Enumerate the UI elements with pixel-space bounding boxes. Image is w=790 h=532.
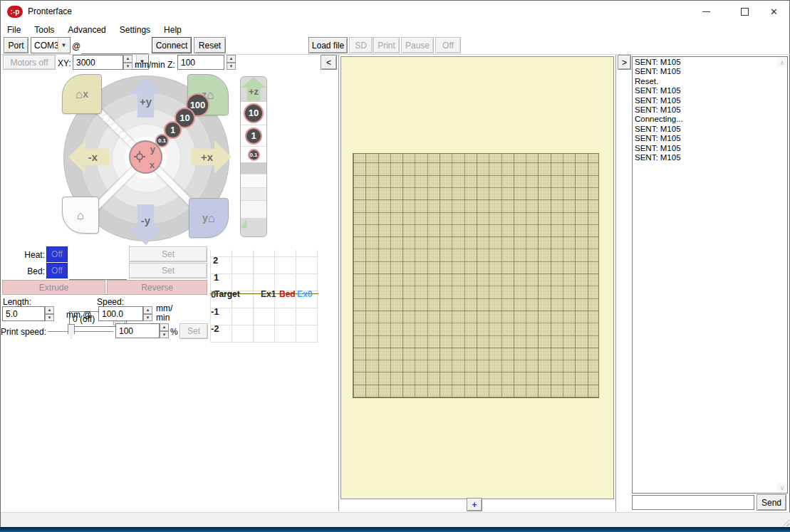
z-feed-stepper[interactable]: ▲ ▼	[227, 55, 236, 70]
expand-log-panel-button[interactable]: >	[618, 55, 631, 70]
temperature-graph: 2 1 0 -1 -2 Target Ex1 Bed Ex0	[210, 250, 318, 343]
log-line: SENT: M105	[635, 86, 785, 95]
app-logo-icon: :-p	[7, 6, 23, 18]
plus-x-label: +x	[201, 151, 213, 163]
reverse-button[interactable]: Reverse	[107, 280, 207, 295]
menu-file[interactable]: File	[7, 25, 21, 35]
log-line: SENT: M105	[635, 58, 785, 67]
spin-down-icon[interactable]: ▼	[143, 314, 152, 322]
extrude-button[interactable]: Extrude	[2, 280, 105, 295]
spin-up-icon[interactable]: ▲	[143, 306, 152, 314]
menu-advanced[interactable]: Advanced	[68, 25, 105, 35]
spin-down-icon[interactable]: ▼	[45, 314, 54, 322]
min-label: min	[156, 313, 170, 323]
spin-up-icon[interactable]: ▲	[160, 323, 169, 331]
maximize-icon	[741, 8, 749, 16]
off-button[interactable]: Off	[435, 37, 461, 53]
xy-feed-input[interactable]: 3000	[73, 55, 123, 70]
close-button[interactable]: ✕	[758, 1, 790, 22]
spoke-bump	[102, 114, 110, 122]
reset-button[interactable]: Reset	[194, 37, 226, 53]
z-step-10-cell[interactable]: 10	[241, 101, 266, 125]
right-splitter[interactable]	[615, 55, 616, 511]
length-stepper[interactable]: ▲ ▼	[45, 306, 54, 321]
load-file-button[interactable]: Load file	[308, 37, 348, 53]
menu-help[interactable]: Help	[164, 25, 182, 35]
home-y-button[interactable]: y⌂	[189, 198, 229, 238]
spoke-bump	[119, 131, 127, 139]
log-line: Connecting...	[635, 115, 785, 124]
log-line: SENT: M105	[635, 67, 785, 76]
z-strip-cell	[241, 200, 266, 218]
z-step-01-badge[interactable]: 0.1	[248, 149, 260, 161]
menu-bar: File Tools Advanced Settings Help	[1, 22, 789, 38]
send-button[interactable]: Send	[757, 494, 786, 511]
jog-center[interactable]: y x	[129, 140, 162, 174]
legend-ex0: Ex0	[297, 289, 312, 299]
heat-set-button[interactable]: Set	[129, 246, 207, 262]
scrollbar-down-icon[interactable]: ∨	[777, 483, 787, 492]
resize-grip[interactable]	[780, 517, 789, 526]
z-step-10-badge[interactable]: 10	[244, 103, 264, 123]
pause-button[interactable]: Pause	[401, 37, 434, 53]
z-step-1-cell[interactable]: 1	[241, 125, 266, 146]
bed-grid[interactable]	[353, 153, 599, 398]
bed-set-button[interactable]: Set	[129, 263, 207, 278]
title-bar[interactable]: :-p Pronterface	[1, 1, 789, 22]
print-button[interactable]: Print	[373, 37, 400, 53]
bed-off-button[interactable]: Off	[46, 263, 68, 278]
minimize-button[interactable]	[690, 1, 722, 22]
home-x-button[interactable]: ⌂x	[62, 74, 102, 114]
connect-button[interactable]: Connect	[152, 37, 192, 53]
collapse-left-panel-button[interactable]: <	[321, 55, 337, 70]
print-speed-slider[interactable]	[48, 323, 113, 339]
extrude-speed-input[interactable]: 100.0	[98, 306, 143, 321]
zoom-in-button[interactable]: +	[467, 498, 482, 511]
z-plus-button[interactable]: +z	[241, 77, 266, 101]
spin-down-icon[interactable]: ▼	[160, 331, 169, 339]
speed-label: Speed:	[97, 297, 124, 307]
spin-down-icon[interactable]: ▼	[123, 63, 132, 71]
spin-up-icon[interactable]: ▲	[227, 55, 236, 63]
command-input[interactable]	[632, 495, 754, 510]
home-x-label: x	[83, 88, 88, 100]
menu-settings[interactable]: Settings	[120, 25, 150, 35]
window-title: Pronterface	[28, 6, 72, 16]
bed-view-canvas[interactable]	[341, 56, 614, 499]
z-strip-cell	[241, 174, 266, 188]
spin-up-icon[interactable]: ▲	[123, 55, 132, 63]
left-splitter[interactable]	[338, 55, 339, 511]
sd-button[interactable]: SD	[349, 37, 373, 53]
viewer-bottom-strip: +	[341, 499, 614, 511]
z-feed-input[interactable]: 100	[177, 55, 224, 70]
scrollbar-up-icon[interactable]: ∧	[777, 58, 787, 67]
graph-tick-2: 2	[213, 255, 218, 266]
print-speed-input[interactable]: 100	[115, 323, 160, 338]
home-all-button[interactable]: ⌂	[62, 197, 99, 234]
spin-up-icon[interactable]: ▲	[45, 306, 54, 314]
log-line: Reset.	[635, 77, 785, 86]
xy-feed-stepper[interactable]: ▲ ▼	[123, 55, 132, 70]
length-input[interactable]: 5.0	[2, 306, 45, 321]
motors-off-button[interactable]: Motors off	[3, 55, 56, 70]
maximize-button[interactable]	[729, 1, 761, 22]
menu-tools[interactable]: Tools	[34, 25, 54, 35]
z-strip-cell	[241, 187, 266, 200]
print-speed-stepper[interactable]: ▲ ▼	[160, 323, 169, 338]
port-select[interactable]: COM3 ▼	[31, 37, 71, 53]
slider-handle[interactable]	[68, 324, 75, 338]
z-minus-button[interactable]: -z	[241, 218, 266, 236]
home-y-label: y	[202, 212, 208, 224]
extrude-speed-stepper[interactable]: ▲ ▼	[143, 306, 152, 321]
print-speed-label: Print speed:	[1, 327, 46, 337]
log-output[interactable]: SENT: M105 SENT: M105 Reset. SENT: M105 …	[632, 56, 788, 494]
port-button[interactable]: Port	[4, 37, 28, 53]
taskbar-edge	[0, 527, 790, 532]
spin-down-icon[interactable]: ▼	[227, 63, 236, 71]
z-step-1-badge[interactable]: 1	[245, 127, 262, 145]
chevron-down-icon[interactable]: ▼	[58, 38, 69, 52]
z-step-01-cell[interactable]: 0.1	[241, 146, 266, 162]
heat-off-button[interactable]: Off	[46, 246, 68, 262]
print-speed-set-button[interactable]: Set	[180, 323, 208, 339]
center-y-label: y	[150, 144, 155, 155]
